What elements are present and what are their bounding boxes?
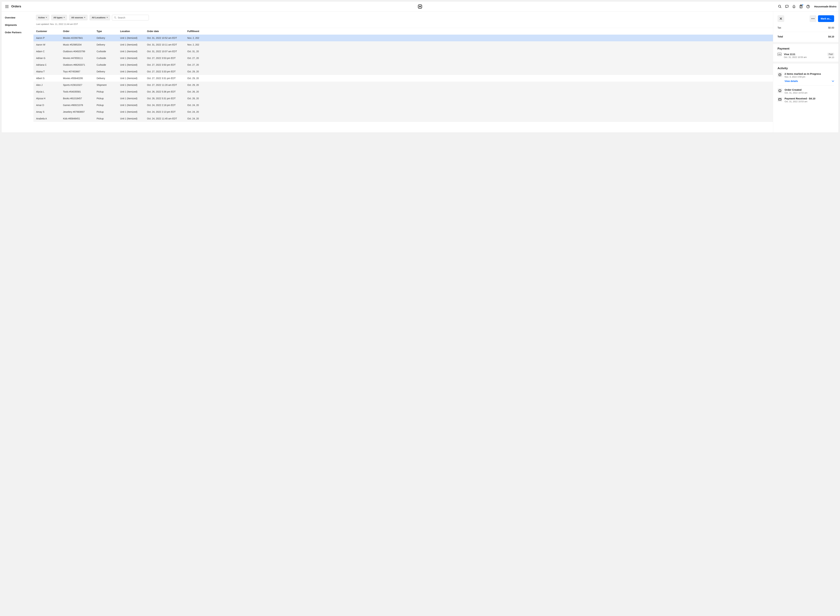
cell-customer: Anabela A [36,117,63,120]
svg-rect-1 [786,5,788,7]
table-row[interactable]: Alycia LTools #54035581PickupUnit 1 (Ite… [34,88,839,95]
col-order[interactable]: Order [63,30,97,32]
main: Active All types All sources All Locatio… [34,12,839,132]
card-icon [777,97,782,102]
cell-type: Pickup [97,90,120,93]
table-row[interactable]: Anabela AKids #85848451PickupUnit 1 (Ite… [34,115,839,122]
table-row[interactable]: Alex JSports #15610327ShipmentUnit 1 (It… [34,82,839,88]
cell-customer: Albert S [36,77,63,79]
cell-fulfillment: Oct. 27, 20 [187,57,836,59]
col-type[interactable]: Type [97,30,120,32]
svg-point-8 [813,18,813,19]
cell-date: Oct. 27, 2022 3:33 pm EDT [147,70,187,73]
logo[interactable] [418,4,422,9]
table-row[interactable]: Adriana COutdoors #66263371CurbsideUnit … [34,62,839,68]
help-icon [806,5,810,9]
square-logo-icon [418,4,422,9]
table-row[interactable]: Amar DGames #90021078PickupUnit 1 (Itemi… [34,102,839,109]
table-row[interactable]: Alaina TToys #07453667DeliveryUnit 1 (It… [34,68,839,75]
account-name[interactable]: Housemade Bistro [814,5,837,8]
cell-fulfillment: Oct. 29, 20 [187,84,836,86]
cell-fulfillment: Nov. 2, 202 [187,37,836,39]
search-box[interactable] [112,15,149,21]
more-actions-button[interactable] [809,15,816,22]
filter-sources[interactable]: All sources [69,15,88,21]
view-details-label: View details [784,80,798,82]
cell-fulfillment: Oct. 26, 20 [187,90,836,93]
cell-order: Kids #85848451 [63,117,97,120]
notifications-button[interactable] [792,4,796,9]
svg-point-12 [779,90,780,91]
close-panel-button[interactable] [777,15,784,22]
section-gap [773,62,839,64]
menu-button[interactable] [3,3,10,10]
cell-location: Unit 1 (Itemized) [120,50,147,53]
cell-order: Movies #55640295 [63,77,97,79]
filter-types[interactable]: All types [51,15,67,21]
chevron-down-icon [832,81,834,82]
svg-point-0 [778,5,781,7]
sidenav-order-partners[interactable]: Order Partners [5,31,30,34]
activity-section-title: Activity [777,67,834,70]
cell-type: Delivery [97,70,120,73]
cell-fulfillment: Oct. 26, 20 [187,97,836,100]
cell-type: Pickup [97,104,120,107]
col-customer[interactable]: Customer [36,30,63,32]
svg-point-9 [814,18,815,19]
cell-type: Delivery [97,43,120,46]
cell-location: Unit 1 (Itemized) [120,110,147,113]
cell-location: Unit 1 (Itemized) [120,84,147,86]
cell-customer: Alex J [36,84,63,86]
cell-order: Movies #22907841 [63,37,97,39]
cell-date: Oct. 24, 2022 2:13 pm EDT [147,110,187,113]
cell-date: Oct. 31, 2022 10:07 am EDT [147,50,187,53]
cell-type: Delivery [97,37,120,39]
table-row[interactable]: Amay SJewelery #07683697PickupUnit 1 (It… [34,109,839,115]
cell-order: Outdoors #66263371 [63,63,97,66]
messages-button[interactable] [785,4,789,9]
cell-type: Pickup [97,97,120,100]
table-row[interactable]: Albert SMovies #55640295DeliveryUnit 1 (… [34,75,839,82]
search-button[interactable] [778,4,782,9]
cell-location: Unit 1 (Itemized) [120,43,147,46]
search-input[interactable] [118,16,147,19]
cell-customer: Aaron P [36,37,63,39]
table-row[interactable]: Adam COutdoors #04920799CurbsideUnit 1 (… [34,48,839,55]
cell-order: Movies #47659111 [63,57,97,59]
app-window: Orders Housemade Bistro O [1,1,839,133]
mark-as-button[interactable]: Mark as... [818,15,834,22]
table-row[interactable]: Alyssa HBooks #81018457PickupUnit 1 (Ite… [34,95,839,102]
chevron-down-icon [107,17,108,18]
cell-location: Unit 1 (Itemized) [120,104,147,107]
col-fulfillment[interactable]: Fulfillment [187,30,836,32]
tax-value: $0.00 [828,26,834,29]
col-date[interactable]: Order date [147,30,187,32]
col-location[interactable]: Location [120,30,147,32]
divider [777,85,834,86]
filter-locations[interactable]: All Locations [90,15,110,21]
help-button[interactable] [806,4,810,9]
table-row[interactable]: Aaron WMusic #52985204DeliveryUnit 1 (It… [34,41,839,48]
cell-type: Pickup [97,117,120,120]
table-row[interactable]: Adrian GMovies #47659111CurbsideUnit 1 (… [34,55,839,62]
tasks-button[interactable] [799,4,803,9]
cell-location: Unit 1 (Itemized) [120,63,147,66]
filter-status[interactable]: Active [36,15,49,21]
payment-date: Oct. 31, 2022 10:53 am [784,56,825,59]
topbar: Orders Housemade Bistro [1,1,839,12]
sidenav-overview[interactable]: Overview [5,16,30,19]
view-details-link[interactable]: View details [784,80,834,82]
sidenav-shipments[interactable]: Shipments [5,24,30,26]
chevron-down-icon [63,17,65,18]
cell-location: Unit 1 (Itemized) [120,57,147,59]
page-title: Orders [11,5,21,8]
last-updated: Last updated: Nov. 11, 2022 11:44 am EST [34,22,839,28]
svg-point-13 [780,90,781,91]
panel-header: Mark as... [777,15,834,22]
sidenav: Overview Shipments Order Partners [1,12,34,132]
table-row[interactable]: Aaron PMovies #22907841DeliveryUnit 1 (I… [34,35,839,41]
activity-item: Order Created Oct. 31, 2022 10:53 am [777,88,834,94]
chevron-down-icon [84,17,85,18]
cell-location: Unit 1 (Itemized) [120,77,147,79]
cell-customer: Adriana C [36,63,63,66]
